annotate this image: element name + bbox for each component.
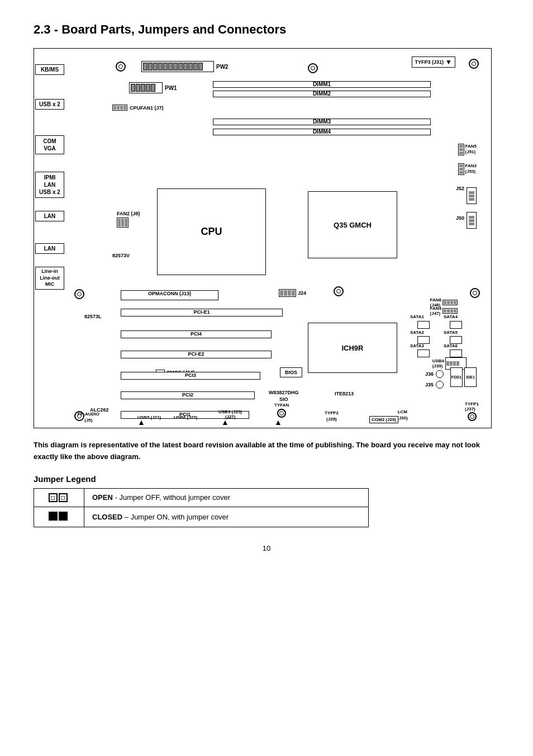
lcm-label: LCM(J30): [397, 409, 408, 421]
center-right-gear-icon: [334, 286, 344, 296]
sata2-conn: [417, 336, 430, 344]
fan3-label: FAN3(J53): [465, 163, 477, 174]
fdd1-ide1-area: FDD1 IDE1: [450, 367, 477, 387]
dimm1-slot: DIMM1: [213, 81, 431, 88]
lan1-connector: LAN: [35, 211, 64, 221]
fan2-label: FAN2 (J8): [117, 211, 140, 216]
pci4-slot: PCI4: [121, 330, 272, 338]
jumper-legend-section: Jumper Legend OPEN - Jumper OFF, without…: [34, 474, 499, 528]
ite8213-label: ITE8213: [335, 391, 354, 396]
82573l-label: 82573L: [84, 314, 102, 319]
jumper-open-row: OPEN - Jumper OFF, without jumper cover: [34, 488, 369, 507]
pw1-area: PW1: [129, 82, 177, 93]
j36-j35-area: J36 J35: [425, 370, 444, 389]
jumper-closed-description: CLOSED – Jumper ON, with jumper cover: [84, 507, 369, 527]
pci2-slot: PCI2: [121, 391, 255, 399]
dimm3-slot: DIMM3: [213, 119, 431, 125]
tyfp3-connector: TYFP3 (J31) ▼: [412, 56, 455, 68]
fan4-label: FAN4(J47): [430, 306, 441, 316]
sata6-label: SATA6: [444, 343, 458, 348]
usb6-label: USB6 (J22): [174, 415, 197, 420]
pci3-slot: PCI3: [121, 372, 260, 380]
fan5-area: FAN5(J51): [458, 144, 477, 155]
tyfp2-label: TYFP2(J28): [325, 410, 339, 422]
fan2-area: FAN2 (J8): [117, 211, 140, 228]
sata3-label: SATA3: [410, 343, 424, 348]
j50-label: J50: [456, 215, 464, 221]
linein-out-mic-connector: Line-inLine-outMIC: [35, 267, 64, 290]
sata6-conn: [450, 349, 462, 357]
board-diagram: KB/MS USB x 2 COMVGA IPMI LANUSB x 2 LAN…: [34, 48, 492, 428]
tyfp1-label: TYFP1(J37): [465, 401, 479, 412]
j24-area: J24: [279, 289, 306, 297]
jumper-closed-row: CLOSED – Jumper ON, with jumper cover: [34, 507, 369, 527]
usb4-label: USB4(J39): [432, 358, 444, 368]
jumper-legend-table: OPEN - Jumper OFF, without jumper cover …: [34, 488, 369, 528]
pw2-label: PW2: [216, 64, 229, 70]
jumper-open-description: OPEN - Jumper OFF, without jumper cover: [84, 488, 369, 507]
diagram-note: This diagram is representative of the la…: [34, 440, 499, 463]
tyfp3-label: TYFP3 (J31): [415, 59, 444, 65]
j35-label: J35: [425, 382, 434, 388]
tyfan-label: TYFAN: [274, 403, 289, 408]
dimm2-slot: DIMM2: [213, 91, 431, 97]
bottom-arrow-tyfan: ▲: [274, 418, 282, 427]
q35gmch-box: Q35 GMCH: [308, 191, 397, 258]
j52-connector: [467, 187, 477, 204]
jumper-open-symbol: [34, 488, 84, 507]
ipmi-lan-connector: IPMI LANUSB x 2: [35, 172, 64, 198]
left-mid-gear-icon: [74, 289, 84, 299]
j50-connector: [467, 212, 477, 229]
82573v-label: 82573V: [112, 253, 130, 258]
far-right-gear-icon: [470, 288, 480, 298]
sata4-conn: [450, 321, 462, 329]
sata5-label: SATA5: [444, 330, 458, 335]
opmaconn-slot: OPMACONN (J13): [121, 290, 218, 300]
ich9r-box: ICH9R: [308, 323, 397, 373]
usbx2-connector: USB x 2: [35, 99, 64, 110]
jumper-legend-title: Jumper Legend: [34, 474, 499, 484]
q35gmch-label: Q35 GMCH: [334, 221, 372, 229]
bios-chip: BIOS: [280, 367, 302, 377]
ich9r-label: ICH9R: [341, 344, 363, 352]
cpu-label: CPU: [201, 226, 222, 238]
sata1-label: SATA1: [410, 314, 424, 319]
sata2-label: SATA2: [410, 330, 424, 335]
pcie2-slot: PCI-E2: [121, 351, 272, 358]
com2-label: COM2 (J29): [369, 416, 398, 423]
bottom-arrow-usb5: ▲: [137, 418, 145, 427]
fan5-label: FAN5(J51): [465, 144, 477, 154]
tyfp1-gear-icon: [468, 412, 477, 421]
bottom-arrow-usb3: ▲: [221, 418, 229, 427]
tyfan-gear-icon: [277, 409, 286, 418]
lan2-connector: LAN: [35, 243, 64, 254]
tyfp1-area: TYFP1(J37): [465, 401, 479, 421]
j24-label: J24: [298, 290, 306, 296]
sata3-conn: [417, 349, 430, 357]
cpufan1-label: CPUFAN1 (J7): [130, 105, 164, 111]
dimm4-slot: DIMM4: [213, 129, 431, 135]
jumper-closed-symbol: [34, 507, 84, 527]
pw2-area: PW2: [129, 61, 229, 72]
tyfp3-gear-icon: [469, 59, 479, 69]
fp-audio-label: FP-AUDIO(J5): [78, 412, 99, 423]
tyfan-area: TYFAN: [274, 403, 289, 418]
sata1-conn: [417, 321, 430, 329]
j52-label: J52: [456, 186, 464, 191]
com-vga-connector: COMVGA: [35, 135, 64, 154]
pcie1-slot: PCI-E1: [121, 309, 283, 316]
fan3-area: FAN3(J53): [458, 163, 477, 175]
pw1-label: PW1: [165, 85, 177, 91]
page-number: 10: [34, 544, 499, 552]
center-gear-icon: [308, 63, 318, 73]
j36-label: J36: [425, 371, 434, 377]
cpu-box: CPU: [157, 188, 266, 275]
kbms-connector: KB/MS: [35, 64, 64, 75]
sata4-label: SATA4: [444, 314, 458, 319]
w83827dhg-label: W83827DHGSIO: [269, 390, 299, 403]
cpufan1-area: CPUFAN1 (J7): [112, 105, 164, 111]
page-title: 2.3 - Board Parts, Jumpers and Connector…: [34, 22, 499, 37]
sata5-conn: [450, 336, 462, 344]
